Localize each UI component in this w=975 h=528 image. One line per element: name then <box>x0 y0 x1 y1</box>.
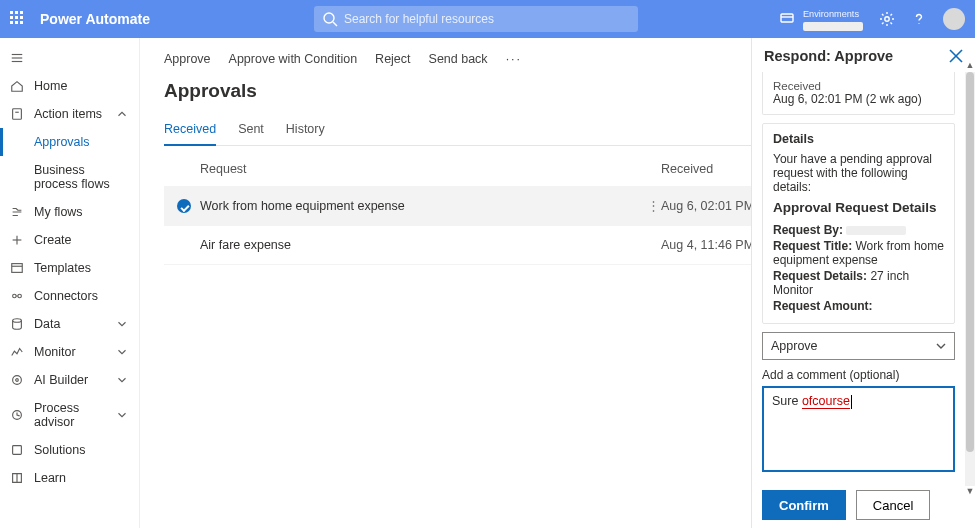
cmd-approve-with-condition[interactable]: Approve with Condition <box>229 52 358 66</box>
decision-select[interactable]: Approve <box>762 332 955 360</box>
request-by-value <box>846 226 906 235</box>
text-cursor <box>851 395 852 409</box>
col-request[interactable]: Request <box>200 162 661 176</box>
request-title-label: Request Title: <box>773 239 852 253</box>
connectors-icon <box>10 289 24 303</box>
environment-name <box>803 22 863 31</box>
nav-create[interactable]: Create <box>0 226 139 254</box>
nav-my-flows-label: My flows <box>34 205 83 219</box>
nav-monitor-label: Monitor <box>34 345 76 359</box>
environment-label: Environments <box>803 9 859 19</box>
nav-bpf-label: Business process flows <box>34 163 129 191</box>
nav-ai-builder-label: AI Builder <box>34 373 88 387</box>
search-input[interactable] <box>344 12 630 26</box>
scroll-up-icon[interactable]: ▲ <box>965 60 975 72</box>
nav-action-items[interactable]: Action items <box>0 100 139 128</box>
request-amount-label: Request Amount: <box>773 299 873 313</box>
nav-learn[interactable]: Learn <box>0 464 139 492</box>
respond-panel: Respond: Approve Received Aug 6, 02:01 P… <box>751 38 975 528</box>
data-icon <box>10 317 24 331</box>
details-intro: Your have a pending approval request wit… <box>773 152 944 194</box>
solutions-icon <box>10 443 24 457</box>
svg-rect-2 <box>781 14 793 22</box>
nav-connectors-label: Connectors <box>34 289 98 303</box>
learn-icon <box>10 471 24 485</box>
svg-point-18 <box>13 319 22 323</box>
nav-home[interactable]: Home <box>0 72 139 100</box>
row-selection-indicator[interactable] <box>174 199 194 213</box>
chevron-down-icon <box>115 345 129 359</box>
scrollbar-thumb[interactable] <box>966 72 974 452</box>
nav-collapse-button[interactable] <box>0 44 139 72</box>
top-bar: Power Automate Environments <box>0 0 975 38</box>
scroll-down-icon[interactable]: ▼ <box>965 486 975 498</box>
settings-icon[interactable] <box>879 11 895 27</box>
svg-line-1 <box>333 22 337 26</box>
left-nav: Home Action items Approvals Business pro… <box>0 38 140 528</box>
nav-process-advisor[interactable]: Process advisor <box>0 394 139 436</box>
comment-label: Add a comment (optional) <box>762 368 955 382</box>
row-more-button[interactable]: ⋮ <box>645 198 661 213</box>
nav-bpf[interactable]: Business process flows <box>0 156 139 198</box>
nav-templates[interactable]: Templates <box>0 254 139 282</box>
main-content: Approve Approve with Condition Reject Se… <box>140 38 975 528</box>
cmd-approve[interactable]: Approve <box>164 52 211 66</box>
svg-rect-13 <box>12 264 23 273</box>
nav-my-flows[interactable]: My flows <box>0 198 139 226</box>
environment-icon <box>779 11 795 27</box>
app-launcher-icon[interactable] <box>10 11 26 27</box>
chevron-down-icon <box>115 408 129 422</box>
svg-point-20 <box>16 379 19 382</box>
row-title: Work from home equipment expense <box>194 199 645 213</box>
svg-rect-9 <box>13 109 22 120</box>
comment-text-prefix: Sure <box>772 394 802 408</box>
action-items-icon <box>10 107 24 121</box>
templates-icon <box>10 261 24 275</box>
nav-connectors[interactable]: Connectors <box>0 282 139 310</box>
decision-value: Approve <box>771 339 818 353</box>
nav-approvals[interactable]: Approvals <box>0 128 139 156</box>
svg-point-4 <box>885 17 889 21</box>
tab-history[interactable]: History <box>286 116 325 145</box>
help-icon[interactable] <box>911 11 927 27</box>
panel-body: Received Aug 6, 02:01 PM (2 wk ago) Deta… <box>752 72 975 480</box>
nav-learn-label: Learn <box>34 471 66 485</box>
nav-data[interactable]: Data <box>0 310 139 338</box>
chevron-down-icon <box>115 373 129 387</box>
confirm-button[interactable]: Confirm <box>762 490 846 520</box>
environment-picker[interactable]: Environments <box>779 7 863 32</box>
cancel-button[interactable]: Cancel <box>856 490 930 520</box>
tab-sent[interactable]: Sent <box>238 116 264 145</box>
cmd-reject[interactable]: Reject <box>375 52 410 66</box>
received-value: Aug 6, 02:01 PM (2 wk ago) <box>773 92 944 106</box>
tab-received[interactable]: Received <box>164 116 216 146</box>
received-label: Received <box>773 80 944 92</box>
panel-scrollbar[interactable]: ▲ ▼ <box>965 72 975 486</box>
svg-point-19 <box>13 376 22 385</box>
svg-point-15 <box>13 294 17 298</box>
search-icon <box>322 11 338 27</box>
nav-templates-label: Templates <box>34 261 91 275</box>
nav-solutions[interactable]: Solutions <box>0 436 139 464</box>
user-avatar[interactable] <box>943 8 965 30</box>
svg-point-0 <box>324 13 334 23</box>
close-icon[interactable] <box>949 49 963 63</box>
nav-solutions-label: Solutions <box>34 443 85 457</box>
chevron-down-icon <box>936 341 946 351</box>
details-header: Details <box>773 132 944 146</box>
monitor-icon <box>10 345 24 359</box>
nav-home-label: Home <box>34 79 67 93</box>
svg-point-16 <box>18 294 22 298</box>
chevron-down-icon <box>115 317 129 331</box>
panel-title: Respond: Approve <box>764 48 949 64</box>
comment-input[interactable]: Sure ofcourse <box>762 386 955 472</box>
received-card: Received Aug 6, 02:01 PM (2 wk ago) <box>762 72 955 115</box>
nav-create-label: Create <box>34 233 72 247</box>
cmd-more[interactable]: ··· <box>506 52 522 66</box>
nav-monitor[interactable]: Monitor <box>0 338 139 366</box>
approval-request-details-title: Approval Request Details <box>773 200 944 215</box>
nav-ai-builder[interactable]: AI Builder <box>0 366 139 394</box>
search-box[interactable] <box>314 6 638 32</box>
comment-text-typed: ofcourse <box>802 394 850 409</box>
cmd-send-back[interactable]: Send back <box>429 52 488 66</box>
